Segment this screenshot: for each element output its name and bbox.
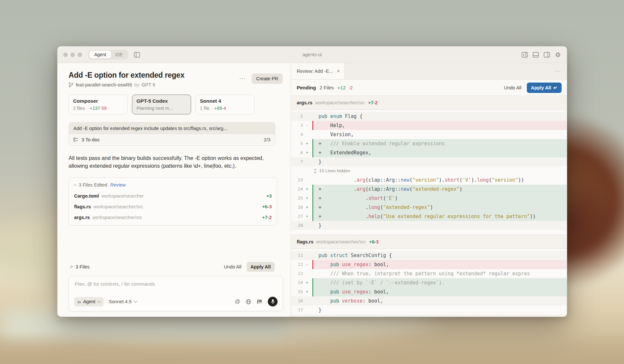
create-pr-button[interactable]: Create PR — [252, 73, 283, 84]
line-number: 17 — [291, 306, 306, 315]
diff-line: 24++ .arg(clap::Arg::new("extended-regex… — [291, 185, 567, 194]
line-code: pub enum Flag { — [312, 112, 567, 121]
file-row-args-rs[interactable]: args.rs workspace/searcher/src +7-2 — [74, 215, 272, 220]
diff-file-stats: +7-2 — [368, 100, 377, 105]
composer: ∞ Agent Sonnet 4.5 @ — [69, 276, 283, 311]
diff-body: 11pub struct SearchConfig {12- pub use_r… — [291, 249, 567, 317]
review-link[interactable]: Review — [110, 182, 126, 188]
line-number: 2 — [291, 112, 306, 121]
titlebar: Agent IDE agents-ui — [58, 46, 567, 63]
undo-all-button[interactable]: Undo All — [224, 264, 241, 269]
task-card: Add -E option for extended regex include… — [69, 122, 275, 146]
line-number: 25 — [291, 194, 306, 203]
line-code: Version, — [312, 130, 567, 139]
diff-line: 11pub struct SearchConfig { — [291, 251, 567, 260]
line-sign — [306, 221, 312, 230]
mic-button[interactable] — [268, 297, 278, 306]
line-code: } — [312, 221, 567, 230]
toggle-ide[interactable]: IDE — [111, 51, 127, 58]
diff-line: 18 — [291, 315, 567, 317]
model-card-composer[interactable]: Composer 2 files· +137-59 — [69, 95, 128, 114]
line-number: 18 — [291, 315, 306, 317]
todos-progress: 2/3 — [264, 137, 270, 142]
arrow-ne-icon: ↗ — [69, 264, 73, 269]
diff-line: 7} — [291, 157, 567, 166]
line-sign — [306, 157, 312, 166]
globe-icon[interactable] — [246, 299, 251, 305]
sidebar-toggle-icon[interactable] — [134, 52, 140, 58]
pending-bar: Pending 2 Files +12 -2 Undo All Apply Al… — [291, 80, 567, 96]
apply-all-button[interactable]: Apply All ↵ — [527, 83, 562, 93]
line-code: Help, — [312, 121, 567, 130]
collapse-left-panel-icon[interactable] — [522, 52, 528, 58]
branch-by-label: by — [134, 82, 139, 87]
close-button[interactable] — [63, 53, 68, 57]
minimize-button[interactable] — [71, 53, 75, 57]
tab-strip: Review: Add -E... × ··· — [291, 63, 567, 80]
line-sign: + — [306, 194, 312, 203]
image-icon[interactable] — [257, 299, 262, 304]
checklist-icon — [73, 137, 79, 142]
gear-icon[interactable] — [555, 52, 561, 58]
apply-all-button[interactable]: Apply All — [247, 262, 275, 272]
line-code — [312, 315, 567, 317]
diff-file-name: args.rs — [297, 100, 312, 105]
line-sign: + — [306, 203, 312, 212]
line-code: + .arg(clap::Arg::new("extended-regex") — [312, 185, 567, 194]
line-number: 27 — [291, 212, 306, 221]
line-code: /// When true, interpret the pattern usi… — [312, 269, 567, 278]
line-number: 6 — [291, 148, 306, 157]
model-dropdown[interactable]: Sonnet 4.5 — [109, 299, 137, 304]
line-sign — [306, 269, 312, 278]
line-sign: - — [306, 121, 312, 130]
files-count[interactable]: ↗ 3 Files — [69, 264, 89, 269]
files-edited-card: › 3 Files Edited Review Cargo.toml works… — [69, 177, 277, 226]
chevron-right-icon: › — [74, 182, 76, 188]
line-sign — [306, 251, 312, 260]
file-row-cargo-toml[interactable]: Cargo.toml workspace/searcher +3 — [74, 193, 272, 199]
close-icon[interactable]: × — [337, 68, 340, 74]
undo-all-button[interactable]: Undo All — [504, 85, 522, 90]
agent-mode-dropdown[interactable]: ∞ Agent — [74, 297, 104, 306]
line-code: /// (set by `-E` / `--extended-regex`). — [312, 278, 567, 287]
task-prompt[interactable]: Add -E option for extended regex include… — [69, 123, 275, 134]
line-number: 13 — [291, 269, 306, 278]
review-tab[interactable]: Review: Add -E... × — [291, 63, 345, 79]
diff-section: args.rsworkspace/searcher/src+7-22pub en… — [291, 96, 567, 235]
bottom-panel-icon[interactable] — [533, 52, 539, 58]
file-row-flags-rs[interactable]: flags.rs workspace/searcher/src +6-3 — [74, 204, 272, 209]
toggle-agent[interactable]: Agent — [89, 51, 111, 58]
diff-line: 16 pub verbose: bool, — [291, 296, 567, 306]
line-sign: + — [306, 139, 312, 148]
diff-line: 12- pub use_regex: bool, — [291, 260, 567, 269]
diff-line: 23 .arg(clap::Arg::new("version").short(… — [291, 176, 567, 185]
mention-icon[interactable]: @ — [235, 299, 240, 305]
titlebar-actions — [522, 52, 561, 58]
diff-line: 4 Version, — [291, 130, 567, 139]
files-edited-header[interactable]: › 3 Files Edited Review — [74, 182, 272, 188]
diff-file-path: workspace/searcher/src — [316, 239, 366, 244]
diff-file-header[interactable]: args.rsworkspace/searcher/src+7-2 — [291, 96, 567, 110]
line-number: 16 — [291, 296, 306, 306]
app-window: Agent IDE agents-ui Add — [57, 46, 567, 317]
review-panel: Review: Add -E... × ··· Pending 2 Files … — [291, 63, 567, 317]
more-icon[interactable]: ··· — [554, 63, 567, 79]
model-card-sonnet4[interactable]: Sonnet 4 1 file· +89-4 — [195, 95, 254, 114]
line-code: pub struct SearchConfig { — [312, 251, 567, 260]
zoom-button[interactable] — [78, 53, 82, 57]
more-icon[interactable]: ··· — [239, 75, 246, 82]
hidden-lines-label: 15 Lines hidden — [319, 166, 350, 176]
diff-line: 26++ .long("extended-regex") — [291, 203, 567, 212]
todos-row[interactable]: 3 To-dos 2/3 — [69, 134, 275, 145]
branch-name[interactable]: feat-parallel-search-oswR6 — [76, 82, 132, 87]
diff-file-header[interactable]: flags.rsworkspace/searcher/src+6-3 — [291, 235, 567, 249]
line-sign — [306, 306, 312, 315]
right-panel-icon[interactable] — [544, 52, 550, 58]
left-apply-bar: ↗ 3 Files Undo All Apply All — [69, 262, 275, 272]
line-code: + .short('E') — [312, 194, 567, 203]
line-code: pub use_regex: bool, — [312, 287, 567, 296]
prompt-input[interactable] — [74, 281, 279, 287]
hidden-lines-expander[interactable]: 15 Lines hidden — [291, 166, 567, 176]
diff-area: args.rsworkspace/searcher/src+7-22pub en… — [291, 96, 567, 317]
model-card-gpt5-codex[interactable]: GPT-5 Codex Planning next m... — [132, 95, 191, 114]
